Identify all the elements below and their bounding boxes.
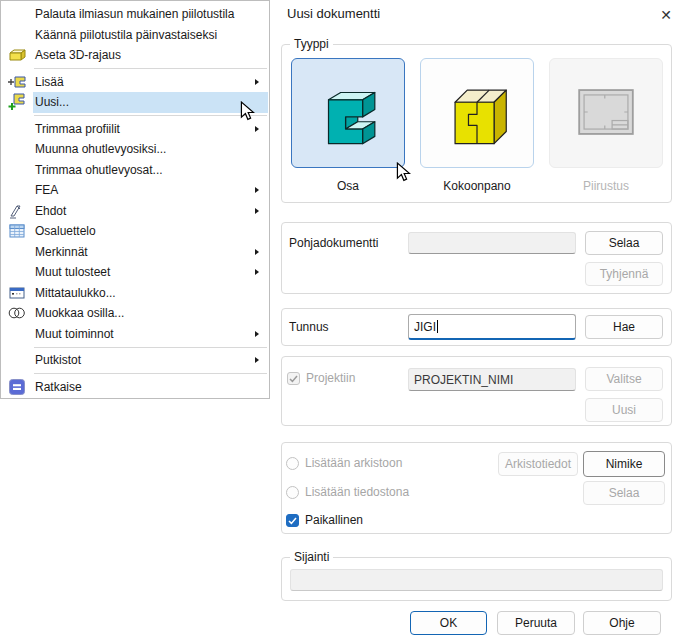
box-3d-icon — [1, 45, 33, 66]
menu-item-putkistot[interactable]: Putkistot — [1, 350, 269, 371]
menu-item-label: Muut toiminnot — [35, 327, 114, 341]
menu-item-muokkaa-osilla[interactable]: Muokkaa osilla... — [1, 303, 269, 324]
drawing-sheet-icon — [567, 73, 645, 154]
ok-button[interactable]: OK — [410, 611, 487, 635]
item-button[interactable]: Nimike — [583, 451, 665, 477]
menu-item-muut-toiminnot[interactable]: Muut toiminnot — [1, 324, 269, 345]
archive-info-button: Arkistotiedot — [498, 452, 578, 476]
tile-label-kokoonpano: Kokoonpano — [420, 179, 534, 193]
menu-item-label: Aseta 3D-rajaus — [35, 48, 121, 62]
project-checkbox — [287, 372, 300, 385]
menu-separator — [34, 68, 267, 69]
tile-label-osa: Osa — [291, 179, 405, 193]
icon-gutter — [1, 262, 33, 283]
id-input[interactable]: JIGI — [408, 314, 576, 340]
browse-template-button[interactable]: Selaa — [585, 231, 663, 255]
menu-separator — [34, 347, 267, 348]
menu-item-palauta-piilotustila[interactable]: Palauta ilmiasun mukainen piilotustila — [1, 4, 269, 25]
location-group-legend: Sijainti — [290, 550, 333, 565]
location-field — [290, 569, 663, 591]
icon-gutter — [1, 160, 33, 181]
id-label: Tunnus — [289, 320, 329, 334]
submenu-arrow-icon — [255, 357, 259, 363]
menu-item-label: Muut tulosteet — [35, 265, 110, 279]
menu-item-label: FEA — [35, 183, 58, 197]
menu-item-merkinnat[interactable]: Merkinnät — [1, 242, 269, 263]
new-part-icon — [1, 92, 33, 113]
add-part-icon — [1, 72, 33, 93]
project-label: Projektiin — [306, 371, 355, 385]
submenu-arrow-icon — [255, 331, 259, 337]
template-document-group: Pohjadokumentti Selaa Tyhjennä — [281, 222, 672, 294]
menu-item-label: Merkinnät — [35, 245, 88, 259]
checkmark-icon — [288, 517, 297, 525]
tile-kokoonpano[interactable] — [420, 58, 534, 168]
menu-item-trimmaa-ohutlevyosat[interactable]: Trimmaa ohutlevyosat... — [1, 160, 269, 181]
menu-item-mittataulukko[interactable]: Mittataulukko... — [1, 283, 269, 304]
menu-item-muunna-ohutlevyosiksi[interactable]: Muunna ohutlevyosiksi... — [1, 139, 269, 160]
menu-item-label: Trimmaa ohutlevyosat... — [35, 163, 163, 177]
select-project-button: Valitse — [585, 367, 663, 391]
submenu-arrow-icon — [255, 187, 259, 193]
circles-icon — [1, 303, 33, 324]
icon-gutter — [1, 324, 33, 345]
storage-group: Lisätään arkistoon Arkistotiedot Nimike … — [281, 442, 672, 534]
submenu-arrow-icon — [255, 208, 259, 214]
tile-piirustus — [549, 58, 663, 168]
menu-separator — [34, 373, 267, 374]
local-checkbox[interactable] — [286, 514, 299, 527]
help-button[interactable]: Ohje — [583, 611, 661, 635]
icon-gutter — [1, 119, 33, 140]
menu-item-label: Putkistot — [35, 353, 81, 367]
submenu-arrow-icon — [255, 249, 259, 255]
cancel-button[interactable]: Peruuta — [497, 611, 575, 635]
submenu-arrow-icon — [255, 269, 259, 275]
menu-item-uusi[interactable]: Uusi... — [1, 92, 269, 113]
text-caret — [437, 320, 438, 333]
template-document-field — [408, 232, 576, 254]
submenu-arrow-icon — [255, 126, 259, 132]
tile-osa[interactable] — [291, 58, 405, 168]
project-name-field: PROJEKTIN_NIMI — [408, 368, 576, 391]
field-value: JIGI — [414, 320, 436, 334]
menu-item-kaanna-piilotustila[interactable]: Käännä piilotustila päinvastaiseksi — [1, 25, 269, 46]
close-icon[interactable]: ✕ — [653, 3, 679, 26]
menu-item-label: Palauta ilmiasun mukainen piilotustila — [35, 7, 234, 21]
type-group: Tyyppi — [281, 44, 672, 203]
pen-icon — [1, 201, 33, 222]
browse-file-button: Selaa — [583, 481, 665, 505]
icon-gutter — [1, 350, 33, 371]
icon-gutter — [1, 4, 33, 25]
table-icon — [1, 221, 33, 242]
menu-item-ratkaise[interactable]: Ratkaise — [1, 377, 269, 398]
menu-item-fea[interactable]: FEA — [1, 180, 269, 201]
id-group: Tunnus JIGI Hae — [281, 308, 672, 346]
menu-item-muut-tulosteet[interactable]: Muut tulosteet — [1, 262, 269, 283]
project-group: Projektiin PROJEKTIN_NIMI Valitse Uusi — [281, 356, 672, 426]
menu-item-label: Ehdot — [35, 204, 66, 218]
mouse-cursor-icon — [396, 162, 411, 186]
icon-gutter — [1, 242, 33, 263]
app-screen: Palauta ilmiasun mukainen piilotustila K… — [0, 0, 683, 642]
menu-item-ehdot[interactable]: Ehdot — [1, 201, 269, 222]
solve-icon — [1, 377, 33, 398]
menu-item-osaluettelo[interactable]: Osaluettelo — [1, 221, 269, 242]
menu-item-label: Ratkaise — [35, 380, 82, 394]
search-id-button[interactable]: Hae — [585, 315, 663, 339]
menu-item-aseta-3d-rajaus[interactable]: Aseta 3D-rajaus — [1, 45, 269, 66]
menu-separator — [34, 115, 267, 116]
assembly-3d-icon — [438, 73, 516, 154]
type-group-legend: Tyyppi — [290, 37, 333, 52]
menu-item-trimmaa-profiilit[interactable]: Trimmaa profiilit — [1, 119, 269, 140]
add-as-file-radio — [286, 486, 299, 499]
mouse-cursor-icon — [240, 101, 255, 125]
local-label: Paikallinen — [305, 513, 363, 527]
add-to-archive-label: Lisätään arkistoon — [305, 456, 402, 470]
menu-item-lisaa[interactable]: Lisää — [1, 72, 269, 93]
menu-item-label: Muunna ohutlevyosiksi... — [35, 142, 166, 156]
tile-label-piirustus: Piirustus — [549, 179, 663, 193]
field-value: PROJEKTIN_NIMI — [414, 373, 513, 387]
location-group: Sijainti — [281, 557, 672, 601]
add-to-archive-radio — [286, 457, 299, 470]
menu-item-label: Lisää — [35, 75, 64, 89]
